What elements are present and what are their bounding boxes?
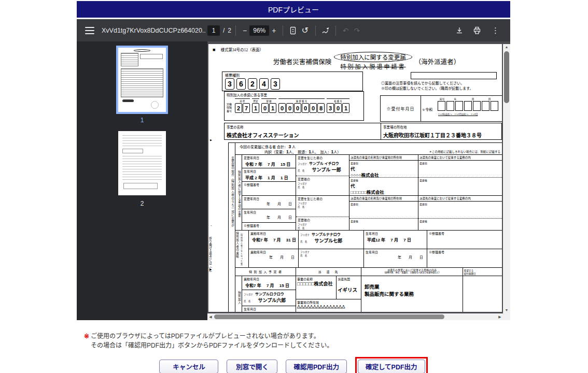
hoken-digit: 0	[261, 103, 269, 113]
name-label: 氏 名	[298, 205, 305, 208]
benefit-subheader: 給付基礎日	[464, 272, 476, 275]
zoom-out-button[interactable]: −	[240, 25, 249, 36]
summary-num: 3	[289, 144, 291, 149]
thumbnail-page-1[interactable]	[118, 48, 166, 112]
fold-instruction: 折り曲げる場合には（▶）	[208, 237, 213, 312]
redo-icon[interactable]: ↷	[352, 25, 363, 36]
warning-asterisk: ※	[84, 332, 89, 350]
dispatch-dest-header: 派 遣 先	[296, 268, 361, 276]
cancel-button[interactable]: キャンセル	[159, 360, 218, 373]
approval-label: 特別加入の承認に係る事業	[227, 92, 361, 97]
company-label: 事業の名称	[297, 277, 335, 281]
before-label: 変更前	[419, 161, 501, 165]
form-type-digit: 6	[236, 78, 246, 90]
benefit-amount-value: 12.00	[489, 311, 500, 312]
work-content-subheader: （業務内容、地位・役職名、労働者の人数及び就業時間など）	[383, 272, 441, 275]
country-label: 派遣先国	[338, 277, 360, 281]
section-a-vertical-label: 特別加入者に関する事項の変更	[235, 155, 242, 230]
instruction-notes: ◎裏面の注意事項を読んでから記載してください。 ※印の欄は記載しないでください。…	[381, 81, 473, 91]
browser-warning: ※ ご使用のブラウザによってはPDFファイルがプレビューされない場合があります。…	[84, 332, 510, 350]
reception-date-box: ※受付年月日 9 令和 元号 年 月 日	[380, 95, 502, 122]
toolbar-divider	[235, 25, 236, 36]
before-label: 変更前	[419, 202, 501, 206]
fit-to-page-icon[interactable]	[287, 25, 299, 36]
horizontal-scrollbar-thumb[interactable]	[214, 314, 444, 319]
hoken-digit: 0	[278, 103, 286, 113]
footer-buttons: キャンセル 別窓で開く 確認用PDF出力 確定してPDF出力	[77, 357, 510, 373]
page-number-input[interactable]: 1	[207, 25, 220, 36]
hoken-head: 基 幹 番 号	[278, 98, 325, 103]
highlight-red-box: 確定してPDF出力	[355, 357, 428, 373]
thumb-decor	[140, 54, 163, 59]
open-new-window-button[interactable]: 別窓で開く	[227, 360, 277, 373]
withdrawal-row-2: 異動年月日年 月 日 フリガナ 氏 名 生年月日年 月 日 ※整理番号	[249, 249, 502, 267]
era-head: 元号	[438, 97, 446, 101]
work-header: 派遣先の事業において従事する業務の内	[418, 196, 502, 202]
toolbar-divider	[335, 25, 336, 36]
work-header: 派遣先の事業において従事する業務の内	[418, 155, 502, 161]
hoken-digit: 2	[235, 103, 242, 113]
table-side-label: 変更届の場合（特別加入者のうち一部に変更が	[229, 143, 235, 312]
document-title: 労働者災害補償保険 特別加入に関する変更届 特別加入脱退申請書 （海外派遣者）	[234, 52, 499, 70]
scroll-left-icon[interactable]: ◀	[207, 313, 214, 320]
thumbnail-page-2[interactable]	[118, 131, 166, 195]
dialog-title: PDFプレビュー	[268, 4, 319, 15]
name-label: 氏 名	[244, 299, 251, 303]
form-type-digit: 4	[259, 78, 269, 90]
insurance-number-box: 特別加入の承認に係る事業 労働 保険 番号 府 県 27 所掌 1 管 轄 01	[224, 91, 364, 121]
vertical-scrollbar[interactable]: ▲ ▼	[503, 44, 510, 313]
pdf-toolbar: XvVd1tg7KrVox8DdCUCPz664020... 1 / 2 − 9…	[77, 19, 510, 41]
scroll-right-icon[interactable]: ▶	[497, 313, 503, 320]
print-icon[interactable]	[471, 25, 483, 36]
annotate-pen-icon[interactable]	[320, 25, 331, 36]
form-type-digit: 2	[248, 78, 257, 90]
name-label: 氏 名	[298, 185, 305, 189]
scroll-down-icon[interactable]: ▼	[503, 307, 510, 313]
summary-breakdown-line: 内訳（変更： 1 人、 脱退： 1 人、 加入： 1 人） ＊この用紙に記載しき…	[235, 149, 502, 154]
furigana-label: フリガナ	[298, 182, 307, 185]
birth-label: 生年月日	[244, 210, 294, 214]
summary-text: 人）	[333, 149, 341, 154]
serial-label: ※整理番号	[429, 250, 500, 254]
zoom-in-button[interactable]: +	[269, 25, 278, 36]
era-headers: 元号 年 月 日	[438, 97, 497, 101]
pdf-filename: XvVd1tg7KrVox8DdCUCPz664020...	[102, 27, 205, 34]
withdrawal-date-value: 令和7 年 7 月 31 日	[250, 237, 297, 242]
scroll-up-icon[interactable]: ▲	[503, 44, 510, 50]
furigana-label: フリガナ	[300, 233, 310, 236]
hoken-digit: 1	[252, 103, 259, 113]
summary-note: ＊この用紙に記載しきれない場合には、別紙に記載する	[429, 150, 502, 154]
scrollbar-corner	[503, 313, 510, 320]
rotate-icon[interactable]: ↺	[299, 24, 311, 36]
after-person-label: 変更後の	[298, 177, 347, 181]
enrollee-header: 特 別 加 入 予 定 者	[235, 268, 296, 276]
main-form-table: 変更届の場合（特別加入者のうち一部に変更が 今回の変更届に係る者 合計： 3 人…	[228, 142, 502, 312]
thumb-decor	[151, 101, 159, 109]
business-address-label: 事業場の所在地	[383, 124, 499, 130]
download-icon[interactable]	[454, 25, 465, 36]
era-note: 1～9年は右～ 1～9月は右～ 1～9日	[438, 112, 478, 116]
insurance-number-label: 労働 保険 番号	[227, 98, 235, 113]
finalize-pdf-output-button[interactable]: 確定してPDF出力	[358, 360, 425, 373]
vertical-scrollbar-thumb[interactable]	[504, 51, 509, 103]
name-label: 氏 名	[300, 240, 307, 243]
menu-icon[interactable]	[85, 27, 94, 34]
furigana-label: フリガナ	[300, 250, 310, 253]
form-type-digit: 3	[225, 78, 234, 90]
pdf-viewer: XvVd1tg7KrVox8DdCUCPz664020... 1 / 2 − 9…	[77, 19, 510, 320]
zoom-level[interactable]: 96%	[249, 25, 269, 36]
horizontal-scrollbar[interactable]: ◀ ▶	[207, 313, 503, 320]
more-options-icon[interactable]: ⋮	[489, 25, 502, 36]
hoken-head: 所掌	[252, 98, 259, 103]
undo-icon[interactable]: ↶	[340, 25, 352, 36]
section-enrollment: 特 別 加 入 予 定 者 派 遣 先 派遣先の事業において従事する業務の内容（…	[235, 267, 502, 312]
furigana-label: フリガナ	[298, 223, 307, 226]
confirm-pdf-output-button[interactable]: 確認用PDF出力	[286, 360, 347, 373]
era-head: 月	[464, 97, 482, 101]
birth-label: 生年月日	[244, 169, 294, 174]
hoken-digit: 3	[327, 103, 334, 113]
page-total: 2	[228, 27, 231, 34]
after-label: 変更後	[419, 178, 501, 182]
hoken-head: 管 轄	[261, 98, 276, 103]
empty-field-box	[411, 72, 497, 79]
